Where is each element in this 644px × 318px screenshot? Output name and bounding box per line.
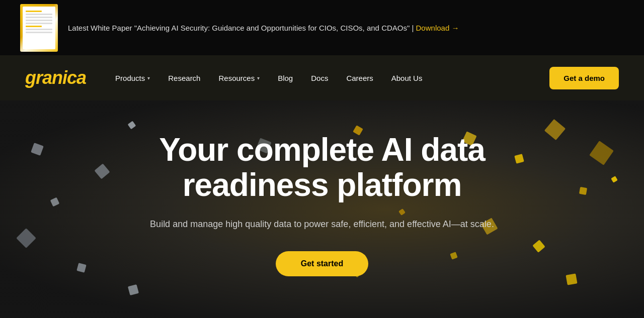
chevron-down-icon: ▾ bbox=[147, 75, 150, 81]
hero-subtitle: Build and manage high quality data to po… bbox=[146, 218, 498, 231]
download-link[interactable]: Download bbox=[416, 24, 459, 32]
hero-cta-button[interactable]: Get started bbox=[276, 251, 368, 276]
whitepaper-thumbnail bbox=[20, 4, 58, 52]
nav-item-docs[interactable]: Docs bbox=[302, 69, 337, 87]
site-logo[interactable]: granica bbox=[25, 67, 86, 88]
hero-section: Your complete AI data readiness platform… bbox=[0, 100, 644, 318]
hero-content: Your complete AI data readiness platform… bbox=[96, 132, 548, 277]
chevron-down-icon: ▾ bbox=[257, 75, 260, 81]
nav-links: Products ▾ Research Resources ▾ Blog Doc… bbox=[106, 69, 549, 87]
nav-item-careers[interactable]: Careers bbox=[337, 69, 382, 87]
nav-item-products[interactable]: Products ▾ bbox=[106, 69, 159, 87]
get-demo-button[interactable]: Get a demo bbox=[549, 67, 619, 89]
hero-title: Your complete AI data readiness platform bbox=[96, 132, 548, 203]
nav-item-resources[interactable]: Resources ▾ bbox=[209, 69, 269, 87]
nav-item-research[interactable]: Research bbox=[159, 69, 209, 87]
announcement-banner: Latest White Paper "Achieving AI Securit… bbox=[0, 0, 644, 55]
nav-item-about-us[interactable]: About Us bbox=[382, 69, 432, 87]
banner-text: Latest White Paper "Achieving AI Securit… bbox=[68, 23, 459, 33]
main-navigation: granica Products ▾ Research Resources ▾ … bbox=[0, 55, 644, 100]
nav-item-blog[interactable]: Blog bbox=[269, 69, 302, 87]
